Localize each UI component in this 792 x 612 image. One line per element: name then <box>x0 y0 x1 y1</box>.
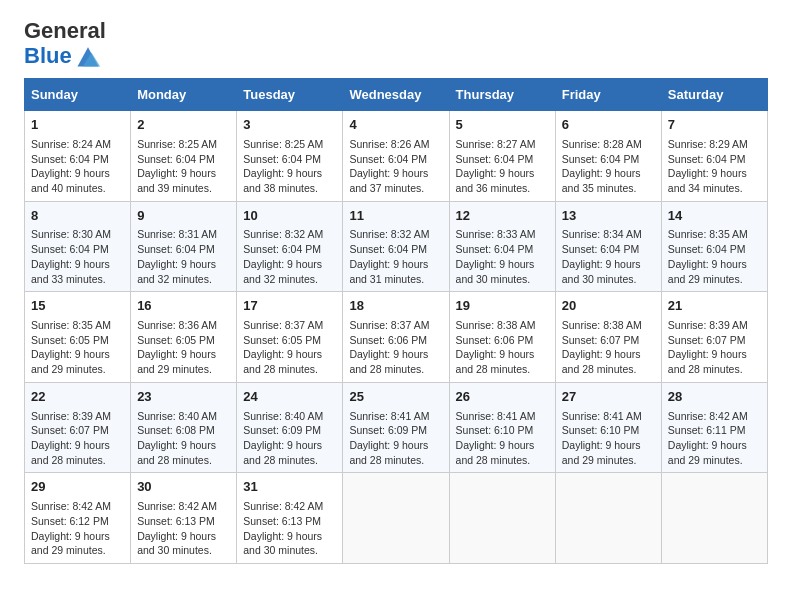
day-number: 7 <box>668 116 761 135</box>
week-row-2: 8Sunrise: 8:30 AM Sunset: 6:04 PM Daylig… <box>25 201 768 292</box>
weekday-header-tuesday: Tuesday <box>237 79 343 111</box>
weekday-header-monday: Monday <box>131 79 237 111</box>
calendar-cell <box>449 473 555 564</box>
day-number: 10 <box>243 207 336 226</box>
day-info: Sunrise: 8:42 AM Sunset: 6:12 PM Dayligh… <box>31 499 124 558</box>
day-number: 14 <box>668 207 761 226</box>
logo-blue: Blue <box>24 45 72 67</box>
calendar-cell: 28Sunrise: 8:42 AM Sunset: 6:11 PM Dayli… <box>661 382 767 473</box>
calendar-cell: 30Sunrise: 8:42 AM Sunset: 6:13 PM Dayli… <box>131 473 237 564</box>
day-number: 22 <box>31 388 124 407</box>
day-number: 5 <box>456 116 549 135</box>
day-number: 15 <box>31 297 124 316</box>
day-number: 8 <box>31 207 124 226</box>
day-info: Sunrise: 8:26 AM Sunset: 6:04 PM Dayligh… <box>349 137 442 196</box>
day-number: 13 <box>562 207 655 226</box>
day-number: 26 <box>456 388 549 407</box>
calendar-cell: 14Sunrise: 8:35 AM Sunset: 6:04 PM Dayli… <box>661 201 767 292</box>
day-number: 25 <box>349 388 442 407</box>
calendar-cell <box>343 473 449 564</box>
calendar-cell: 9Sunrise: 8:31 AM Sunset: 6:04 PM Daylig… <box>131 201 237 292</box>
logo-general: General <box>24 20 106 42</box>
day-number: 24 <box>243 388 336 407</box>
day-info: Sunrise: 8:42 AM Sunset: 6:13 PM Dayligh… <box>137 499 230 558</box>
day-info: Sunrise: 8:39 AM Sunset: 6:07 PM Dayligh… <box>668 318 761 377</box>
calendar-cell: 4Sunrise: 8:26 AM Sunset: 6:04 PM Daylig… <box>343 111 449 202</box>
weekday-header-saturday: Saturday <box>661 79 767 111</box>
day-info: Sunrise: 8:24 AM Sunset: 6:04 PM Dayligh… <box>31 137 124 196</box>
calendar-cell: 24Sunrise: 8:40 AM Sunset: 6:09 PM Dayli… <box>237 382 343 473</box>
calendar-cell: 18Sunrise: 8:37 AM Sunset: 6:06 PM Dayli… <box>343 292 449 383</box>
day-info: Sunrise: 8:39 AM Sunset: 6:07 PM Dayligh… <box>31 409 124 468</box>
day-number: 16 <box>137 297 230 316</box>
day-info: Sunrise: 8:28 AM Sunset: 6:04 PM Dayligh… <box>562 137 655 196</box>
day-info: Sunrise: 8:37 AM Sunset: 6:05 PM Dayligh… <box>243 318 336 377</box>
day-info: Sunrise: 8:30 AM Sunset: 6:04 PM Dayligh… <box>31 227 124 286</box>
weekday-header-friday: Friday <box>555 79 661 111</box>
day-number: 11 <box>349 207 442 226</box>
day-number: 12 <box>456 207 549 226</box>
calendar-cell: 16Sunrise: 8:36 AM Sunset: 6:05 PM Dayli… <box>131 292 237 383</box>
day-info: Sunrise: 8:32 AM Sunset: 6:04 PM Dayligh… <box>243 227 336 286</box>
day-number: 20 <box>562 297 655 316</box>
day-number: 27 <box>562 388 655 407</box>
calendar-table: SundayMondayTuesdayWednesdayThursdayFrid… <box>24 78 768 564</box>
weekday-header-sunday: Sunday <box>25 79 131 111</box>
day-number: 1 <box>31 116 124 135</box>
day-number: 6 <box>562 116 655 135</box>
page-wrapper: General Blue SundayMondayTuesdayWednesda… <box>24 20 768 564</box>
day-number: 31 <box>243 478 336 497</box>
day-number: 29 <box>31 478 124 497</box>
calendar-cell: 20Sunrise: 8:38 AM Sunset: 6:07 PM Dayli… <box>555 292 661 383</box>
day-info: Sunrise: 8:25 AM Sunset: 6:04 PM Dayligh… <box>243 137 336 196</box>
day-info: Sunrise: 8:41 AM Sunset: 6:09 PM Dayligh… <box>349 409 442 468</box>
day-info: Sunrise: 8:27 AM Sunset: 6:04 PM Dayligh… <box>456 137 549 196</box>
calendar-cell: 22Sunrise: 8:39 AM Sunset: 6:07 PM Dayli… <box>25 382 131 473</box>
day-number: 17 <box>243 297 336 316</box>
day-info: Sunrise: 8:40 AM Sunset: 6:09 PM Dayligh… <box>243 409 336 468</box>
week-row-3: 15Sunrise: 8:35 AM Sunset: 6:05 PM Dayli… <box>25 292 768 383</box>
day-info: Sunrise: 8:42 AM Sunset: 6:11 PM Dayligh… <box>668 409 761 468</box>
day-info: Sunrise: 8:25 AM Sunset: 6:04 PM Dayligh… <box>137 137 230 196</box>
calendar-cell: 26Sunrise: 8:41 AM Sunset: 6:10 PM Dayli… <box>449 382 555 473</box>
week-row-1: 1Sunrise: 8:24 AM Sunset: 6:04 PM Daylig… <box>25 111 768 202</box>
day-info: Sunrise: 8:29 AM Sunset: 6:04 PM Dayligh… <box>668 137 761 196</box>
weekday-header-thursday: Thursday <box>449 79 555 111</box>
day-number: 23 <box>137 388 230 407</box>
day-info: Sunrise: 8:36 AM Sunset: 6:05 PM Dayligh… <box>137 318 230 377</box>
calendar-cell: 1Sunrise: 8:24 AM Sunset: 6:04 PM Daylig… <box>25 111 131 202</box>
calendar-cell: 6Sunrise: 8:28 AM Sunset: 6:04 PM Daylig… <box>555 111 661 202</box>
day-info: Sunrise: 8:34 AM Sunset: 6:04 PM Dayligh… <box>562 227 655 286</box>
day-number: 28 <box>668 388 761 407</box>
calendar-cell: 7Sunrise: 8:29 AM Sunset: 6:04 PM Daylig… <box>661 111 767 202</box>
logo: General Blue <box>24 20 106 70</box>
calendar-cell: 29Sunrise: 8:42 AM Sunset: 6:12 PM Dayli… <box>25 473 131 564</box>
calendar-cell: 15Sunrise: 8:35 AM Sunset: 6:05 PM Dayli… <box>25 292 131 383</box>
calendar-cell: 11Sunrise: 8:32 AM Sunset: 6:04 PM Dayli… <box>343 201 449 292</box>
calendar-cell: 3Sunrise: 8:25 AM Sunset: 6:04 PM Daylig… <box>237 111 343 202</box>
day-number: 21 <box>668 297 761 316</box>
day-info: Sunrise: 8:42 AM Sunset: 6:13 PM Dayligh… <box>243 499 336 558</box>
calendar-cell: 19Sunrise: 8:38 AM Sunset: 6:06 PM Dayli… <box>449 292 555 383</box>
header: General Blue <box>24 20 768 70</box>
calendar-cell: 5Sunrise: 8:27 AM Sunset: 6:04 PM Daylig… <box>449 111 555 202</box>
week-row-4: 22Sunrise: 8:39 AM Sunset: 6:07 PM Dayli… <box>25 382 768 473</box>
day-info: Sunrise: 8:33 AM Sunset: 6:04 PM Dayligh… <box>456 227 549 286</box>
day-number: 30 <box>137 478 230 497</box>
day-info: Sunrise: 8:31 AM Sunset: 6:04 PM Dayligh… <box>137 227 230 286</box>
calendar-cell: 8Sunrise: 8:30 AM Sunset: 6:04 PM Daylig… <box>25 201 131 292</box>
calendar-cell: 31Sunrise: 8:42 AM Sunset: 6:13 PM Dayli… <box>237 473 343 564</box>
weekday-header-row: SundayMondayTuesdayWednesdayThursdayFrid… <box>25 79 768 111</box>
weekday-header-wednesday: Wednesday <box>343 79 449 111</box>
calendar-cell: 27Sunrise: 8:41 AM Sunset: 6:10 PM Dayli… <box>555 382 661 473</box>
calendar-cell: 10Sunrise: 8:32 AM Sunset: 6:04 PM Dayli… <box>237 201 343 292</box>
calendar-cell <box>661 473 767 564</box>
day-info: Sunrise: 8:38 AM Sunset: 6:07 PM Dayligh… <box>562 318 655 377</box>
day-number: 2 <box>137 116 230 135</box>
calendar-cell: 21Sunrise: 8:39 AM Sunset: 6:07 PM Dayli… <box>661 292 767 383</box>
day-info: Sunrise: 8:38 AM Sunset: 6:06 PM Dayligh… <box>456 318 549 377</box>
day-info: Sunrise: 8:35 AM Sunset: 6:05 PM Dayligh… <box>31 318 124 377</box>
calendar-cell <box>555 473 661 564</box>
day-number: 3 <box>243 116 336 135</box>
calendar-cell: 2Sunrise: 8:25 AM Sunset: 6:04 PM Daylig… <box>131 111 237 202</box>
